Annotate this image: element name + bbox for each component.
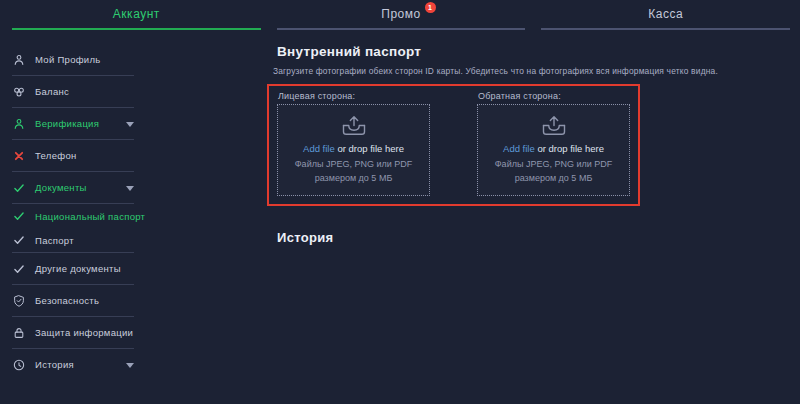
drop-hint: or drop file here: [335, 143, 404, 154]
sidebar-item-balance[interactable]: Баланс: [12, 76, 134, 107]
chevron-down-icon: [126, 186, 134, 191]
chevron-down-icon: [126, 122, 134, 127]
drop-hint: or drop file here: [535, 143, 604, 154]
sidebar-item-my-profile[interactable]: Мой Профиль: [12, 44, 134, 75]
sidebar-item-verification[interactable]: Верификация: [12, 108, 134, 139]
history-icon: [12, 358, 26, 372]
upload-icon: [340, 114, 368, 137]
coins-icon: [12, 85, 26, 99]
tab-promo-label: Промо 1: [381, 7, 420, 21]
sidebar-item-label: Национальный паспорт: [35, 211, 145, 222]
chevron-down-icon: [126, 363, 134, 368]
sidebar: Мой Профиль Баланс Верификация: [12, 44, 134, 380]
sidebar-item-label: Другие документы: [35, 263, 121, 274]
tab-promo[interactable]: Промо 1: [277, 0, 526, 30]
upload-icon: [540, 114, 568, 137]
sidebar-item-passport[interactable]: Паспорт: [12, 228, 134, 252]
add-file-line: Add file or drop file here: [303, 143, 404, 154]
sidebar-item-data-protection[interactable]: Защита информации: [12, 317, 134, 348]
sidebar-item-label: История: [35, 359, 74, 370]
tab-account-label: Аккаунт: [113, 7, 160, 21]
sidebar-item-label: Документы: [35, 182, 87, 193]
notification-badge: 1: [425, 2, 436, 13]
file-format-hint: Файлы JPEG, PNG или PDF размером до 5 МБ: [295, 158, 412, 186]
upload-front-dropzone[interactable]: Add file or drop file here Файлы JPEG, P…: [277, 104, 430, 196]
sidebar-item-label: Верификация: [35, 118, 99, 129]
sidebar-item-security[interactable]: Безопасность: [12, 285, 134, 316]
sidebar-item-label: Мой Профиль: [35, 54, 101, 65]
sidebar-item-label: Баланс: [35, 86, 69, 97]
add-file-line: Add file or drop file here: [503, 143, 604, 154]
sidebar-item-label: Безопасность: [35, 295, 99, 306]
tab-cashier-label: Касса: [648, 7, 683, 21]
page-description: Загрузите фотографии обеих сторон ID кар…: [273, 66, 650, 76]
upload-back-section: Обратная сторона: Add file or drop file …: [477, 89, 630, 196]
tab-cashier[interactable]: Касса: [541, 0, 790, 30]
history-section-title: История: [277, 230, 650, 245]
file-format-hint: Файлы JPEG, PNG или PDF размером до 5 МБ: [495, 158, 612, 186]
person-icon: [12, 53, 26, 67]
sidebar-item-label: Защита информации: [35, 327, 133, 338]
page-title: Внутренний паспорт: [277, 44, 650, 59]
check-icon: [12, 181, 26, 195]
add-file-link[interactable]: Add file: [303, 143, 335, 154]
upload-back-dropzone[interactable]: Add file or drop file here Файлы JPEG, P…: [477, 104, 630, 196]
sidebar-item-other-documents[interactable]: Другие документы: [12, 253, 134, 284]
lock-icon: [12, 326, 26, 340]
main-content: Внутренний паспорт Загрузите фотографии …: [267, 44, 650, 245]
person-icon: [12, 117, 26, 131]
sidebar-item-national-passport[interactable]: Национальный паспорт: [12, 204, 134, 228]
sidebar-item-label: Телефон: [35, 150, 77, 161]
check-icon: [12, 262, 26, 276]
tab-account[interactable]: Аккаунт: [12, 0, 261, 30]
upload-highlight-box: Лицевая сторона: Add file or drop file h…: [267, 84, 640, 206]
check-icon: [12, 233, 26, 247]
upload-front-label: Лицевая сторона:: [278, 91, 430, 101]
x-icon: [12, 149, 26, 163]
add-file-link[interactable]: Add file: [503, 143, 535, 154]
sidebar-item-documents[interactable]: Документы: [12, 172, 134, 203]
account-page: Аккаунт Промо 1 Касса Мой Профиль: [0, 0, 800, 404]
upload-front-section: Лицевая сторона: Add file or drop file h…: [277, 89, 430, 196]
upload-back-label: Обратная сторона:: [478, 91, 630, 101]
sidebar-item-phone[interactable]: Телефон: [12, 140, 134, 171]
shield-icon: [12, 294, 26, 308]
sidebar-item-history[interactable]: История: [12, 349, 134, 380]
top-tabbar: Аккаунт Промо 1 Касса: [0, 0, 800, 30]
sidebar-item-label: Паспорт: [35, 235, 74, 246]
check-icon: [12, 209, 26, 223]
